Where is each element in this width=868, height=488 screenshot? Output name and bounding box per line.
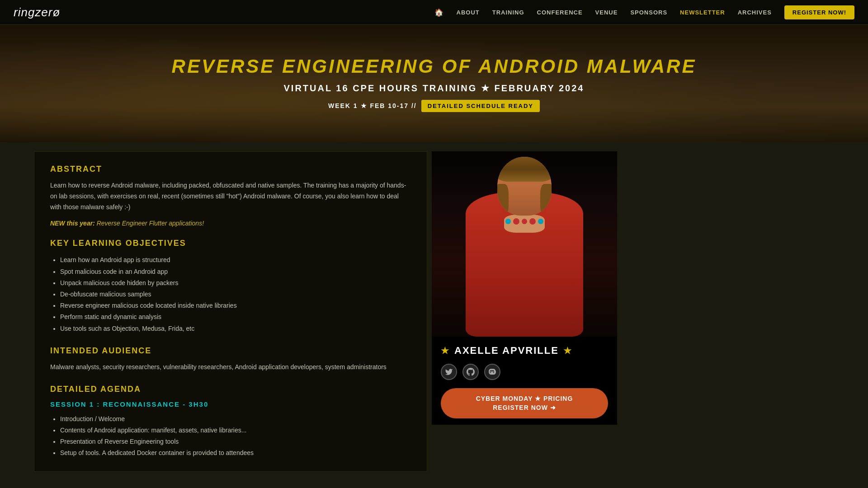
- session1-title: SESSION 1 : RECONNAISSANCE - 3H30: [50, 400, 411, 408]
- session1-list: Introduction / Welcome Contents of Andro…: [50, 413, 411, 459]
- audience-text: Malware analysts, security researchers, …: [50, 362, 411, 373]
- abstract-section: ABSTRACT Learn how to reverse Android ma…: [50, 164, 411, 227]
- key-learning-section: KEY LEARNING OBJECTIVES Learn how an And…: [50, 239, 411, 334]
- main-nav: 🏠 ABOUT TRAINING CONFERENCE VENUE SPONSO…: [434, 5, 854, 19]
- list-item: Learn how an Android app is structured: [60, 254, 411, 266]
- nav-venue[interactable]: VENUE: [595, 9, 618, 16]
- nav-conference[interactable]: CONFERENCE: [537, 9, 583, 16]
- main-content-area: ABSTRACT Learn how to reverse Android ma…: [0, 142, 868, 488]
- new-this-year-label: NEW this year:: [50, 220, 95, 227]
- speaker-photo-inner: [432, 151, 617, 337]
- speaker-name: ★ AXELLE APVRILLE ★: [441, 345, 608, 357]
- mastodon-icon[interactable]: [484, 364, 500, 380]
- agenda-title: DETAILED AGENDA: [50, 385, 411, 394]
- nav-training[interactable]: TRAINING: [492, 9, 524, 16]
- register-now-button[interactable]: REGISTER NOW!: [784, 5, 854, 19]
- hero-section: REVERSE ENGINEERING OF ANDROID MALWARE V…: [0, 25, 868, 142]
- key-learning-list: Learn how an Android app is structured S…: [50, 254, 411, 334]
- nav-sponsors[interactable]: SPONSORS: [630, 9, 667, 16]
- nav-archives[interactable]: ARCHIVES: [738, 9, 772, 16]
- abstract-body: Learn how to reverse Android malware, in…: [50, 180, 411, 212]
- nav-home[interactable]: 🏠: [434, 8, 444, 17]
- twitter-icon[interactable]: [441, 364, 457, 380]
- speaker-photo: [432, 151, 617, 337]
- nav-about[interactable]: ABOUT: [457, 9, 480, 16]
- speaker-right-panel: ★ AXELLE APVRILLE ★: [432, 151, 617, 472]
- list-item: Reverse engineer malicious code located …: [60, 300, 411, 311]
- list-item: Use tools such as Objection, Medusa, Fri…: [60, 323, 411, 334]
- page-title: REVERSE ENGINEERING OF ANDROID MALWARE: [172, 56, 697, 77]
- cyber-monday-register-button[interactable]: CYBER MONDAY ★ PRICING REGISTER NOW: [441, 388, 608, 418]
- list-item: Presentation of Reverse Engineering tool…: [60, 436, 411, 447]
- list-item: De-obfuscate malicious samples: [60, 289, 411, 300]
- list-item: Unpack malicious code hidden by packers: [60, 277, 411, 289]
- hero-subtitle: VIRTUAL 16 CPE HOURS TRAINING ★ FEBRUARY…: [172, 83, 697, 94]
- list-item: Setup of tools. A dedicated Docker conta…: [60, 447, 411, 459]
- key-learning-title: KEY LEARNING OBJECTIVES: [50, 239, 411, 248]
- abstract-title: ABSTRACT: [50, 164, 411, 174]
- star-right-icon: ★: [563, 345, 572, 356]
- social-icons-group: [441, 364, 608, 380]
- hero-content: REVERSE ENGINEERING OF ANDROID MALWARE V…: [172, 56, 697, 112]
- register-arrow-icon: [550, 404, 556, 411]
- schedule-badge-button[interactable]: DETAILED SCHEDULE READY: [421, 100, 540, 112]
- intended-audience-title: INTENDED AUDIENCE: [50, 346, 411, 356]
- list-item: Contents of Android application: manifes…: [60, 425, 411, 436]
- hero-week-info: WEEK 1 ★ FEB 10-17 // DETAILED SCHEDULE …: [172, 100, 697, 112]
- site-header: ringzerø 🏠 ABOUT TRAINING CONFERENCE VEN…: [0, 0, 868, 25]
- nav-newsletter[interactable]: NEWSLETTER: [680, 9, 725, 16]
- speaker-name-area: ★ AXELLE APVRILLE ★: [432, 337, 617, 425]
- site-logo[interactable]: ringzerø: [14, 5, 60, 19]
- new-this-year: NEW this year: Reverse Engineer Flutter …: [50, 220, 411, 227]
- intended-audience-section: INTENDED AUDIENCE Malware analysts, secu…: [50, 346, 411, 373]
- star-left-icon: ★: [441, 345, 450, 356]
- content-left-panel: ABSTRACT Learn how to reverse Android ma…: [34, 151, 427, 472]
- new-this-year-text: Reverse Engineer Flutter applications!: [97, 220, 204, 227]
- list-item: Introduction / Welcome: [60, 413, 411, 425]
- list-item: Perform static and dynamic analysis: [60, 311, 411, 323]
- list-item: Spot malicious code in an Android app: [60, 266, 411, 277]
- github-icon[interactable]: [462, 364, 479, 380]
- detailed-agenda-section: DETAILED AGENDA SESSION 1 : RECONNAISSAN…: [50, 385, 411, 459]
